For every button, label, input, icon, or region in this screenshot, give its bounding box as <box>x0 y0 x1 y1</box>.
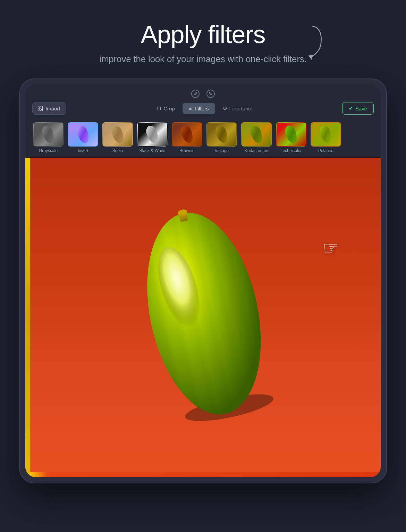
filter-polaroid[interactable]: Polaroid <box>308 122 343 153</box>
toolbar: ↺ ↻ 🖼 Import ⊡ Crop ∞ Filters <box>25 85 381 119</box>
hand-cursor-icon: ☞ <box>323 238 339 258</box>
filter-polaroid-thumb <box>311 122 341 147</box>
app-ui: ↺ ↻ 🖼 Import ⊡ Crop ∞ Filters <box>25 85 381 477</box>
produce-image <box>119 196 287 439</box>
filter-technicolor-thumb <box>276 122 306 147</box>
technicolor-bean <box>283 124 299 145</box>
tab-crop[interactable]: ⊡ Crop <box>151 102 181 114</box>
filter-vintage-thumb <box>206 122 237 147</box>
arrow-annotation-icon <box>285 24 326 63</box>
filter-polaroid-label: Polaroid <box>318 148 333 153</box>
image-icon: 🖼 <box>38 106 43 111</box>
polaroid-bean <box>318 124 334 145</box>
filter-kodachrome-thumb <box>241 122 272 147</box>
infinity-icon: ∞ <box>189 106 193 111</box>
toolbar-history-row: ↺ ↻ <box>191 90 215 98</box>
grayscale-bean <box>40 124 56 145</box>
import-button[interactable]: 🖼 Import <box>32 102 66 115</box>
filter-invert-label: Invert <box>78 148 88 153</box>
filter-vintage-label: Vintage <box>215 148 229 153</box>
page-title: Apply filters <box>14 21 392 48</box>
sepia-bean <box>110 124 126 145</box>
filter-bw[interactable]: Black & White <box>135 122 170 153</box>
brownie-bean <box>179 124 195 145</box>
filter-kodachrome-label: Kodachrome <box>245 148 268 153</box>
filter-sepia-thumb <box>102 122 133 147</box>
filter-bw-label: Black & White <box>139 148 166 153</box>
nav-tabs: ⊡ Crop ∞ Filters ⚙ Fine-tune <box>151 102 257 114</box>
device-frame: ↺ ↻ 🖼 Import ⊡ Crop ∞ Filters <box>19 78 387 483</box>
image-border-bottom <box>30 472 381 477</box>
sliders-icon: ⚙ <box>223 105 227 111</box>
toolbar-nav: 🖼 Import ⊡ Crop ∞ Filters ⚙ Fine-tune <box>32 102 374 119</box>
filters-row: Grayscale Invert Sepia Black & White <box>25 119 381 158</box>
bw-bean <box>144 124 160 145</box>
checkmark-icon: ✔ <box>349 105 353 111</box>
tab-crop-label: Crop <box>163 106 175 111</box>
import-label: Import <box>45 106 60 111</box>
filter-invert[interactable]: Invert <box>66 122 100 153</box>
filter-technicolor[interactable]: Technicolor <box>274 122 308 153</box>
filter-grayscale-label: Grayscale <box>39 148 58 153</box>
undo-icon[interactable]: ↺ <box>191 90 200 98</box>
filter-grayscale[interactable]: Grayscale <box>31 122 66 153</box>
image-area: ☞ <box>25 158 381 477</box>
tab-finetune[interactable]: ⚙ Fine-tune <box>217 102 257 114</box>
save-button[interactable]: ✔ Save <box>342 102 374 115</box>
filter-grayscale-thumb <box>33 122 64 147</box>
tab-filters[interactable]: ∞ Filters <box>183 103 215 114</box>
image-canvas: ☞ <box>25 158 381 477</box>
tab-finetune-label: Fine-tune <box>229 106 251 111</box>
svg-marker-0 <box>308 55 313 60</box>
header-section: Apply filters improve the look of your i… <box>14 21 392 65</box>
filter-brownie-thumb <box>172 122 202 147</box>
filter-brownie-label: Brownie <box>179 148 194 153</box>
filter-sepia[interactable]: Sepia <box>100 122 135 153</box>
filter-kodachrome[interactable]: Kodachrome <box>239 122 274 153</box>
redo-icon[interactable]: ↻ <box>206 90 215 98</box>
tab-filters-label: Filters <box>195 106 209 111</box>
vintage-bean <box>214 124 230 145</box>
filter-technicolor-label: Technicolor <box>281 148 302 153</box>
filter-vintage[interactable]: Vintage <box>204 122 239 153</box>
invert-bean <box>75 124 91 145</box>
page-subtitle: improve the look of your images with one… <box>14 54 392 65</box>
filter-brownie[interactable]: Brownie <box>170 122 204 153</box>
svg-point-3 <box>130 202 278 425</box>
filter-invert-thumb <box>68 122 98 147</box>
save-label: Save <box>355 106 367 111</box>
filter-bw-thumb <box>137 122 168 147</box>
crop-icon: ⊡ <box>157 105 161 111</box>
image-border-left <box>25 158 30 477</box>
kodachrome-bean <box>248 124 264 145</box>
filter-sepia-label: Sepia <box>112 148 123 153</box>
